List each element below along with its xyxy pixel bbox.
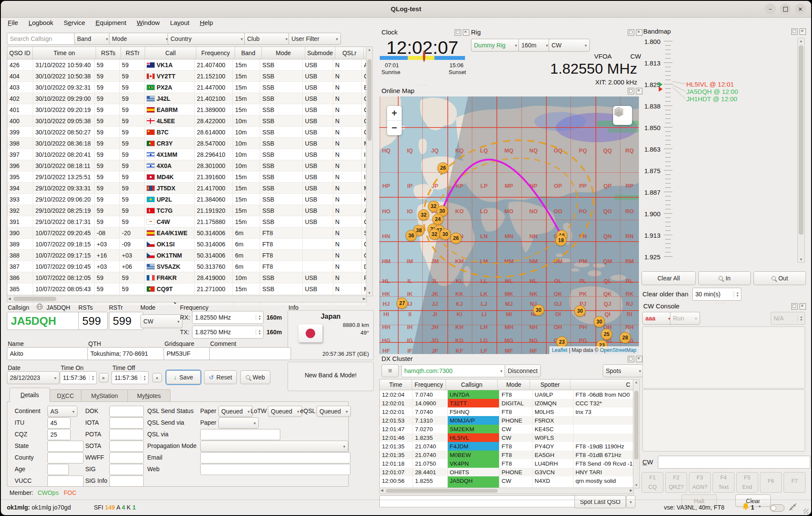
county-input[interactable] — [47, 452, 84, 463]
name-input[interactable]: Akito — [7, 347, 90, 360]
cluster-column-header[interactable]: Callsign — [446, 379, 498, 390]
qso-row[interactable]: 38610/07/2022 08:12:055959FR4KR28.419000… — [7, 272, 366, 283]
minimize-button[interactable]: − — [765, 3, 776, 15]
scroll-up-icon[interactable]: ▲ — [798, 39, 804, 43]
rsts-input[interactable]: 599 — [78, 312, 108, 330]
qso-row[interactable]: 39129/10/2022 08:17:315959C4W21.17588015… — [7, 216, 366, 227]
spot-count-marker[interactable]: 28 — [620, 332, 631, 343]
sota-input[interactable] — [109, 441, 144, 452]
qsl-send-via-combo[interactable]: ▾ — [218, 417, 259, 429]
state-input[interactable] — [47, 441, 84, 452]
cluster-spot-row[interactable]: 12:01:1821.0750VK4PNFT8LU4DRHFT8 Send -0… — [380, 459, 633, 468]
menu-logbook[interactable]: Logbook — [24, 18, 58, 29]
rstr-input[interactable]: 599 — [109, 312, 143, 330]
float-panel-icon[interactable] — [628, 29, 634, 36]
sig-info-input[interactable] — [109, 476, 144, 487]
qsl-eqsl-combo[interactable]: Queued▾ — [316, 406, 351, 417]
cluster-spot-row[interactable]: 12:01:0728.4401OH8TSPHONEG3VCNHNY TARI — [380, 468, 633, 476]
qso-row[interactable]: 38710/07/2022 09:10:45+03+06SV5AZK50.313… — [7, 261, 366, 272]
cluster-spot-row[interactable]: 12:02:0114.0900T32TTDIGITALIZ0MQNCCC T32… — [380, 399, 633, 407]
gridsquare-input[interactable]: PM53UF — [164, 347, 212, 360]
bandmap-scrollbar[interactable]: ▲ ▼ — [797, 38, 805, 263]
disconnect-button[interactable]: Disconnect — [505, 364, 541, 377]
menu-file[interactable]: File — [3, 18, 22, 29]
rig-mode-combo[interactable]: CW▾ — [549, 39, 590, 52]
float-panel-icon[interactable] — [791, 303, 798, 310]
qso-column-header[interactable]: Submode — [305, 47, 335, 59]
status-toggle[interactable] — [770, 504, 784, 512]
scroll-down-icon[interactable]: ▼ — [633, 483, 639, 487]
alert-bell-icon[interactable] — [742, 503, 749, 510]
qso-row[interactable]: 38810/07/2022 09:17:15+16+03OK1TNM50.314… — [7, 250, 366, 261]
reset-button[interactable]: ↺Reset — [204, 370, 237, 384]
zoom-in-button[interactable]: + — [387, 106, 402, 120]
menu-layout[interactable]: Layout — [166, 18, 194, 29]
fkey-button-f3[interactable]: F3AGN? — [689, 472, 711, 493]
float-panel-icon[interactable] — [628, 88, 634, 94]
pota-input[interactable] — [109, 429, 144, 440]
continent-combo[interactable]: AS▾ — [47, 406, 77, 417]
close-panel-icon[interactable] — [636, 29, 642, 36]
cw-mode-combo[interactable]: Run▾ — [670, 312, 700, 325]
cluster-vertical-scrollbar[interactable]: ▲ ▼ — [633, 379, 640, 488]
qso-row[interactable]: 39529/10/2022 13:25:515959MD4K21.3916001… — [7, 171, 366, 183]
cluster-spot-row[interactable]: 12:00:561.8255JA5DQHCWN4XDqrn mostly sol… — [380, 476, 633, 485]
cluster-spot-row[interactable]: 12:02:047.0740UN7DAFT8UA9LPFT8 -06dB fro… — [380, 390, 633, 399]
spot-count-marker[interactable]: 27 — [397, 298, 408, 309]
qso-row[interactable]: 40030/10/2022 09:05:3859594L5EE28.422000… — [7, 115, 366, 127]
time-on-now-button[interactable]: ▶ — [99, 373, 108, 382]
tab-my-station[interactable]: My Station — [81, 389, 128, 402]
close-panel-icon[interactable] — [463, 29, 469, 36]
bandmap-clear-all-button[interactable]: Clear All — [642, 271, 696, 285]
cqz-input[interactable]: 25 — [47, 429, 71, 440]
filter-combo-mode[interactable]: Mode▾ — [109, 33, 171, 45]
qso-row[interactable]: 40230/10/2022 09:29:005959J42L21.4021001… — [7, 93, 366, 104]
spot-count-marker[interactable]: 32 — [429, 229, 440, 240]
time-on-spinbox[interactable]: 11:57:36▴▾ — [60, 371, 97, 384]
time-off-spinbox[interactable]: 11:57:36▴▾ — [112, 371, 149, 384]
cluster-column-header[interactable]: Time — [380, 379, 412, 390]
qso-row[interactable]: 40130/10/2022 09:20:195959EA8RM21.389000… — [7, 104, 366, 115]
cw-speed-spinbox[interactable]: N/A▴▾ — [771, 312, 805, 325]
spot-count-marker[interactable]: 30 — [440, 229, 451, 240]
fkey-button-f6[interactable]: F6 — [760, 472, 782, 493]
qsl-paper-combo[interactable]: Queued▾ — [218, 406, 253, 417]
qsl-via-input[interactable] — [200, 429, 280, 440]
rig-band-combo[interactable]: 160m▾ — [518, 39, 551, 52]
qso-column-header[interactable]: QSO ID — [7, 47, 33, 59]
tx-frequency-spinbox[interactable]: 1.82750 MHz▴▾ — [192, 326, 263, 339]
close-panel-icon[interactable] — [636, 356, 642, 362]
tab-details[interactable]: Details — [9, 388, 50, 402]
fkey-button-f5[interactable]: F5End — [736, 472, 758, 493]
spot-count-marker[interactable]: 30 — [574, 305, 586, 317]
rig-disconnected-icon[interactable] — [788, 502, 797, 512]
vucc-input[interactable] — [47, 476, 84, 487]
fkey-button-f2[interactable]: F2QRZ? — [665, 472, 687, 493]
scroll-down-icon[interactable]: ▼ — [798, 258, 804, 261]
qso-column-header[interactable]: RSTs — [96, 47, 121, 59]
scroll-down-icon[interactable]: ▼ — [366, 291, 372, 295]
propagation-mode-combo[interactable]: ▾ — [200, 441, 348, 452]
qso-row[interactable]: 39930/10/2022 08:50:275959B7C28.61400010… — [7, 127, 366, 138]
leaflet-link[interactable]: Leaflet — [552, 347, 567, 353]
qsl-lotw-combo[interactable]: Queued▾ — [268, 406, 302, 417]
qso-row[interactable]: 39010/07/2022 09:20:45-08-20EA4/K1WE50.3… — [7, 227, 366, 239]
cluster-filter-combo[interactable]: Spots▾ — [603, 364, 644, 377]
date-combo[interactable]: 28/12/2023▾ — [7, 371, 59, 384]
filter-combo-club[interactable]: Club▾ — [244, 33, 291, 45]
rx-frequency-spinbox[interactable]: 1.82550 MHz▴▾ — [192, 311, 263, 324]
filter-combo-band[interactable]: Band▾ — [74, 33, 111, 45]
osm-link[interactable]: OpenStreetMap — [600, 347, 636, 353]
qso-row[interactable]: 40330/10/2022 09:32:315959PX2A21.4470001… — [7, 82, 366, 93]
bandmap-zoom-in-button[interactable]: In — [698, 271, 751, 285]
zoom-out-button[interactable]: − — [387, 121, 402, 135]
qso-horizontal-scrollbar[interactable]: ◀ ▶ — [7, 295, 367, 302]
cluster-column-header[interactable]: Spotter — [530, 379, 570, 390]
cluster-spot-row[interactable]: 12:01:3521.0740F4JDMFT8PY4OYFT8 -19dB 11… — [380, 442, 633, 451]
fkey-button-f4[interactable]: F4Text — [713, 472, 735, 493]
scroll-right-icon[interactable]: ▶ — [630, 488, 632, 492]
search-input[interactable]: Search Callsign — [7, 33, 76, 45]
comment-input[interactable] — [209, 347, 291, 360]
fkey-button-f7[interactable]: F7 — [784, 472, 806, 493]
qth-input[interactable]: Tokushima; 770-8691 — [87, 347, 164, 360]
